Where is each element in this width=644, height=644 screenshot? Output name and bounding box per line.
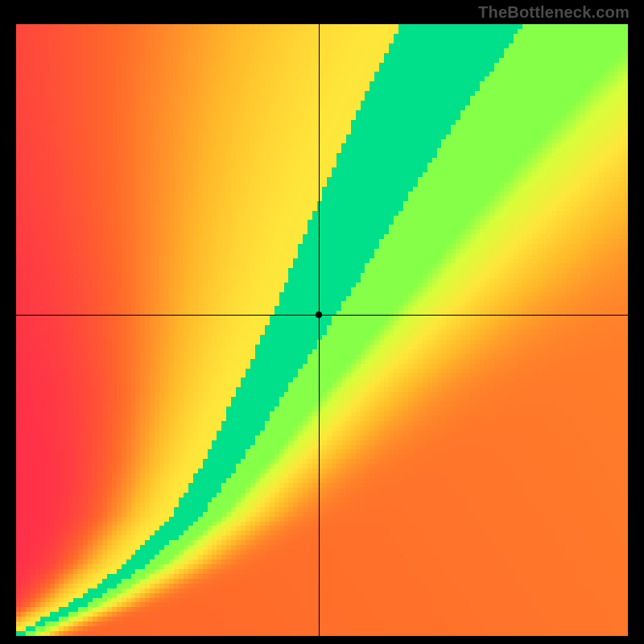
chart-frame: TheBottleneck.com [0, 0, 644, 644]
heatmap-plot [16, 24, 628, 636]
watermark-text: TheBottleneck.com [478, 3, 630, 22]
heatmap-canvas [16, 24, 628, 636]
